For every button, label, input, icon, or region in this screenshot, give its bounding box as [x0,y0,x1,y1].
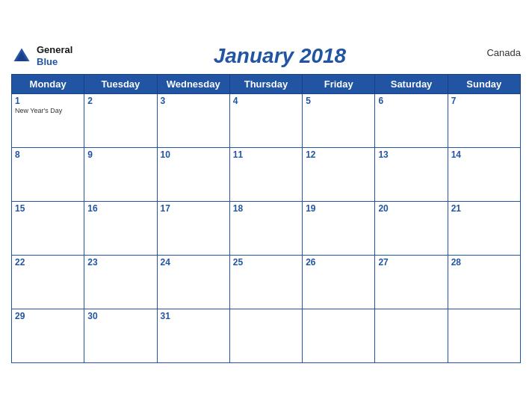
holiday-name: New Year's Day [15,107,81,114]
day-number: 26 [306,257,371,268]
day-number: 31 [161,311,226,321]
calendar-cell: 10 [157,148,229,202]
calendar-header: General Blue January 2018 Canada [11,44,521,68]
calendar-cell: 7 [448,94,520,148]
calendar-wrapper: General Blue January 2018 Canada Monday … [0,37,532,374]
header-wednesday: Wednesday [157,75,229,94]
day-number: 19 [306,203,371,214]
header-tuesday: Tuesday [84,75,157,94]
logo-area: General Blue [11,44,72,67]
calendar-cell: 5 [303,94,375,148]
calendar-cell: 4 [229,94,302,148]
calendar-cell: 23 [84,256,157,309]
calendar-cell: 9 [84,148,157,202]
day-number: 14 [451,149,517,160]
calendar-body: 1New Year's Day2345678910111213141516171… [12,94,521,363]
week-row-3: 15161718192021 [12,202,521,256]
day-number: 28 [451,257,517,268]
day-number: 29 [15,311,81,321]
calendar-cell: 28 [448,256,520,309]
day-number: 15 [15,203,81,214]
header-monday: Monday [12,75,84,94]
calendar-cell: 2 [84,94,157,148]
week-row-2: 891011121314 [12,148,521,202]
header-sunday: Sunday [448,75,520,94]
calendar-cell: 3 [157,94,229,148]
calendar-cell: 15 [12,202,84,256]
calendar-cell: 29 [12,309,84,363]
day-number: 25 [233,257,299,268]
calendar-cell: 1New Year's Day [12,94,84,148]
day-number: 9 [87,149,153,160]
day-number: 10 [161,149,226,160]
calendar-cell: 26 [303,256,375,309]
calendar-cell [303,309,375,363]
calendar-cell: 6 [375,94,448,148]
day-number: 7 [451,96,517,106]
calendar-cell: 12 [303,148,375,202]
calendar-cell: 25 [229,256,302,309]
calendar-cell [375,309,448,363]
day-number: 12 [306,149,371,160]
day-number: 8 [15,149,81,160]
day-number: 13 [378,149,444,160]
day-number: 18 [233,203,299,214]
calendar-cell: 13 [375,148,448,202]
logo-text: General Blue [37,44,72,67]
days-header-row: Monday Tuesday Wednesday Thursday Friday… [12,75,521,94]
logo-blue-text: Blue [37,56,58,67]
calendar-cell [229,309,302,363]
day-number: 23 [87,257,153,268]
header-saturday: Saturday [375,75,448,94]
day-number: 1 [15,96,81,106]
day-number: 3 [161,96,226,106]
calendar-thead: Monday Tuesday Wednesday Thursday Friday… [12,75,521,94]
week-row-4: 22232425262728 [12,256,521,309]
calendar-cell [448,309,520,363]
day-number: 30 [87,311,153,321]
calendar-cell: 21 [448,202,520,256]
day-number: 21 [451,203,517,214]
day-number: 5 [306,96,371,106]
month-year-title: January 2018 [72,44,486,68]
day-number: 17 [161,203,226,214]
calendar-cell: 18 [229,202,302,256]
calendar-cell: 14 [448,148,520,202]
day-number: 27 [378,257,444,268]
day-number: 20 [378,203,444,214]
calendar-cell: 22 [12,256,84,309]
week-row-5: 293031 [12,309,521,363]
header-friday: Friday [303,75,375,94]
calendar-cell: 30 [84,309,157,363]
calendar-cell: 19 [303,202,375,256]
generalblue-logo-icon [11,46,32,67]
logo-general-text: General [37,44,72,55]
calendar-title: January 2018 [72,44,486,68]
calendar-table: Monday Tuesday Wednesday Thursday Friday… [11,74,521,363]
day-number: 11 [233,149,299,160]
day-number: 2 [87,96,153,106]
calendar-cell: 8 [12,148,84,202]
calendar-cell: 16 [84,202,157,256]
calendar-cell: 27 [375,256,448,309]
calendar-cell: 24 [157,256,229,309]
calendar-cell: 31 [157,309,229,363]
header-thursday: Thursday [229,75,302,94]
day-number: 24 [161,257,226,268]
week-row-1: 1New Year's Day234567 [12,94,521,148]
calendar-cell: 11 [229,148,302,202]
calendar-cell: 20 [375,202,448,256]
calendar-cell: 17 [157,202,229,256]
day-number: 22 [15,257,81,268]
day-number: 6 [378,96,444,106]
country-label: Canada [486,47,521,58]
day-number: 4 [233,96,299,106]
day-number: 16 [87,203,153,214]
